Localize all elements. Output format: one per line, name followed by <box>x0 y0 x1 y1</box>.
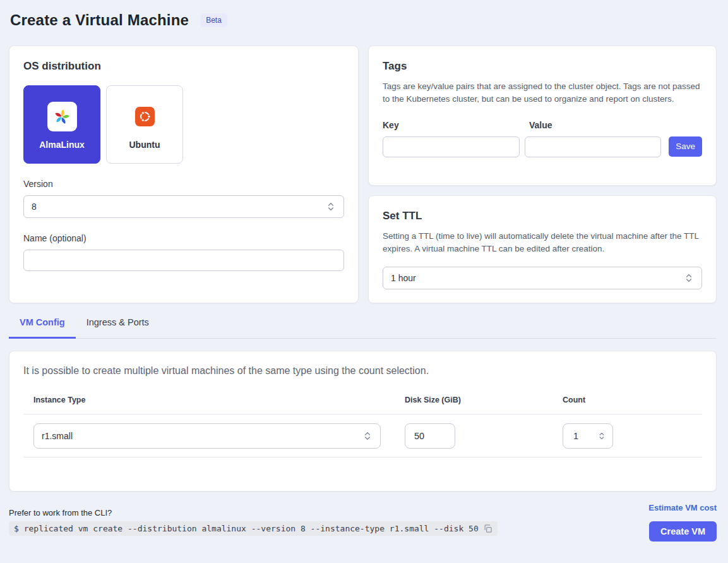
create-vm-button[interactable]: Create VM <box>649 521 717 542</box>
ubuntu-logo-icon <box>130 102 160 131</box>
instance-type-select[interactable]: r1.small <box>33 423 381 449</box>
cli-block: Prefer to work from the CLI? $ replicate… <box>9 508 498 542</box>
tag-key-input[interactable] <box>383 136 520 157</box>
name-input[interactable] <box>23 250 344 271</box>
vm-table: Instance Type Disk Size (GiB) Count r1.s… <box>23 396 702 457</box>
version-select-value: 8 <box>32 202 37 212</box>
ttl-select-value: 1 hour <box>391 273 416 283</box>
os-distribution-card: OS distribution AlmaLinux <box>9 45 359 303</box>
tags-card-title: Tags <box>383 60 702 73</box>
right-column: Tags Tags are key/value pairs that are a… <box>368 45 717 303</box>
top-grid: OS distribution AlmaLinux <box>9 45 717 303</box>
count-stepper[interactable]: 1 <box>563 423 613 449</box>
tag-value-input[interactable] <box>525 136 662 157</box>
tags-card-description: Tags are key/value pairs that are assign… <box>383 80 702 106</box>
copy-icon[interactable] <box>483 524 492 533</box>
ttl-select[interactable]: 1 hour <box>383 267 702 289</box>
chevrons-up-down-icon <box>684 273 694 283</box>
chevrons-up-down-icon <box>326 202 336 212</box>
ttl-card-title: Set TTL <box>383 210 702 222</box>
chevrons-up-down-icon <box>362 431 373 441</box>
vm-table-header: Instance Type Disk Size (GiB) Count <box>23 396 702 414</box>
save-tag-button[interactable]: Save <box>669 136 702 157</box>
version-label: Version <box>23 179 344 189</box>
tag-key-label: Key <box>383 120 529 130</box>
set-ttl-card: Set TTL Setting a TTL (time to live) wil… <box>368 195 717 303</box>
cli-command-bar: $ replicated vm create --distribution al… <box>9 521 498 536</box>
name-label: Name (optional) <box>23 233 344 243</box>
tags-card: Tags Tags are key/value pairs that are a… <box>368 45 717 186</box>
version-select[interactable]: 8 <box>23 195 344 218</box>
tags-labels-row: Key Value <box>383 120 702 130</box>
ttl-card-description: Setting a TTL (time to live) will automa… <box>383 230 702 256</box>
create-vm-page: Create a Virtual Machine Beta OS distrib… <box>0 0 728 542</box>
disk-size-input[interactable] <box>405 423 455 449</box>
col-disk-size: Disk Size (GiB) <box>405 396 563 404</box>
vm-table-row: r1.small 1 <box>23 415 702 457</box>
col-count: Count <box>563 396 702 404</box>
table-divider <box>23 457 702 457</box>
os-option-ubuntu[interactable]: Ubuntu <box>106 85 183 164</box>
chevrons-up-down-icon <box>597 432 606 440</box>
footer: Prefer to work from the CLI? $ replicate… <box>9 499 717 542</box>
tab-ingress-ports[interactable]: Ingress & Ports <box>76 317 160 339</box>
page-header: Create a Virtual Machine Beta <box>10 11 717 29</box>
tags-inputs-row: Save <box>383 136 702 157</box>
footer-actions: Estimate VM cost Create VM <box>648 499 717 542</box>
count-value: 1 <box>573 431 578 441</box>
col-instance-type: Instance Type <box>33 396 405 404</box>
beta-badge: Beta <box>200 13 227 27</box>
estimate-vm-cost-link[interactable]: Estimate VM cost <box>648 503 717 512</box>
os-tiles: AlmaLinux <box>23 85 344 164</box>
page-title: Create a Virtual Machine <box>10 11 189 29</box>
cli-prompt: Prefer to work from the CLI? <box>9 508 498 518</box>
vm-config-card: It is possible to create multiple virtua… <box>9 351 717 492</box>
vm-config-description: It is possible to create multiple virtua… <box>23 365 702 377</box>
almalinux-logo-icon <box>47 102 77 131</box>
tab-vm-config[interactable]: VM Config <box>9 317 76 339</box>
os-card-title: OS distribution <box>23 60 344 73</box>
cli-command: $ replicated vm create --distribution al… <box>14 524 479 533</box>
instance-type-value: r1.small <box>42 431 73 441</box>
os-option-almalinux[interactable]: AlmaLinux <box>23 85 100 164</box>
tab-bar: VM Config Ingress & Ports <box>9 317 717 339</box>
os-option-label: Ubuntu <box>129 140 160 150</box>
os-option-label: AlmaLinux <box>39 140 85 150</box>
tag-value-label: Value <box>529 120 552 130</box>
